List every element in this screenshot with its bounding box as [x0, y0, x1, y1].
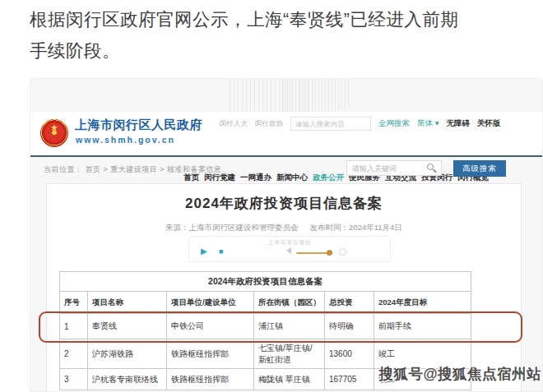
- table-cell: 七宝镇/莘庄镇/新虹街道: [254, 339, 325, 369]
- accessibility-link[interactable]: 无障碍: [446, 118, 470, 129]
- table-cell: 167705: [325, 369, 374, 390]
- audio-player: 上海话语音播报 ▶ ■: [188, 236, 391, 262]
- volume-slider-handle[interactable]: [327, 250, 332, 256]
- care-version-link[interactable]: 关怀版: [477, 118, 501, 129]
- highlight-annotation-box: [39, 311, 522, 343]
- magnifier-icon[interactable]: [427, 164, 434, 170]
- audio-player-hint: 上海话语音播报: [189, 239, 390, 247]
- nav-item[interactable]: 一网通办: [240, 173, 272, 183]
- breadcrumb-path[interactable]: 当前位置： 首页 > 重大建设项目 > 核准和备案信息: [44, 164, 222, 175]
- link-renda[interactable]: 闵行人大: [220, 119, 248, 129]
- table-cell: 梅陇镇 莘庄镇: [254, 369, 325, 390]
- caption-line-1: 根据闵行区政府官网公示，上海“奉贤线”已经进入前期: [30, 4, 523, 35]
- national-emblem-icon: [40, 119, 68, 147]
- article-source: 来源：上海市闵行区建设和管理委员会: [165, 223, 299, 233]
- site-url: www.shmh.gov.cn: [76, 135, 175, 145]
- table-header-cell: 总投资: [325, 292, 374, 314]
- play-icon[interactable]: ▶: [201, 247, 207, 256]
- article-publish-date: 发布时间：2024年11月4日: [310, 223, 402, 233]
- site-search-button[interactable]: 全网搜索: [378, 118, 410, 129]
- article-title: 2024年政府投资项目信息备案: [47, 194, 521, 213]
- table-cell: 沪杭客专南联络线: [88, 369, 167, 390]
- table-cell: 铁路枢纽指挥部: [167, 369, 254, 390]
- site-search-input[interactable]: [290, 117, 371, 131]
- table-cell: 沪苏湖铁路: [88, 339, 167, 369]
- table-header-cell: 项目名称: [88, 292, 167, 314]
- nav-item[interactable]: 政务公开: [313, 173, 344, 183]
- table-cell: 3: [60, 369, 88, 390]
- player-settings-icon[interactable]: [339, 248, 346, 256]
- table-header-cell: 2024年度目标: [374, 292, 471, 314]
- advanced-search-button[interactable]: 高级搜索: [453, 160, 506, 177]
- sohu-watermark: 搜狐号@搜狐焦点宿州站: [378, 364, 541, 384]
- main-nav: 首页闵行党建一网通办新闻中心政务公开便民服务互动交流投资闵行闵行概览: [183, 173, 489, 183]
- stop-icon[interactable]: ■: [219, 248, 223, 256]
- speaker-icon: [286, 247, 291, 254]
- table-header-cell: 所在街镇（园区）: [254, 292, 325, 314]
- article-caption: 根据闵行区政府官网公示，上海“奉贤线”已经进入前期 手续阶段。: [30, 4, 523, 67]
- table-cell: 13600: [325, 339, 374, 369]
- table-cell: 2: [60, 339, 88, 369]
- table-cell: 铁路枢纽指挥部: [167, 339, 254, 369]
- utility-bar: 闵行人大 闵行政协 全网搜索 简体 ▾ 无障碍 关怀版: [220, 117, 500, 131]
- nav-divider: [30, 155, 543, 157]
- site-header: 上海市闵行区人民政府 www.shmh.gov.cn 闵行人大 闵行政协 全网搜…: [30, 112, 543, 157]
- link-zhengxie[interactable]: 闵行政协: [255, 119, 283, 129]
- gov-site-screenshot: 上海市闵行区人民政府 www.shmh.gov.cn 闵行人大 闵行政协 全网搜…: [30, 78, 543, 392]
- language-select[interactable]: 简体 ▾: [417, 118, 439, 129]
- article-card: 2024年政府投资项目信息备案 来源：上海市闵行区建设和管理委员会 发布时间：2…: [46, 183, 522, 392]
- caption-line-2: 手续阶段。: [30, 35, 523, 67]
- table-header-cell: 序号: [60, 292, 88, 314]
- nav-item[interactable]: 新闻中心: [276, 173, 308, 183]
- table-header-cell: 项目单位/建设单位: [167, 292, 254, 314]
- article-meta: 来源：上海市闵行区建设和管理委员会 发布时间：2024年11月4日: [47, 223, 521, 233]
- site-title: 上海市闵行区人民政府: [75, 118, 202, 133]
- table-caption: 2024年政府投资项目信息备案: [60, 272, 471, 292]
